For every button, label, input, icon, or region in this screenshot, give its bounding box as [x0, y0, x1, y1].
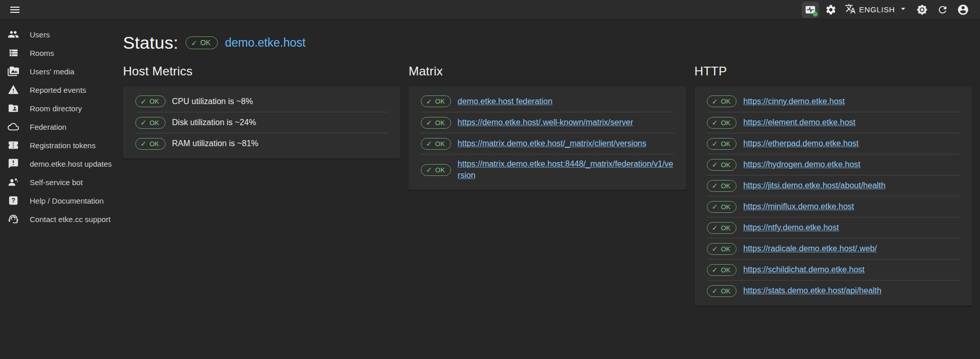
check-row: ✓OK https://jitsi.demo.etke.host/about/h…: [707, 175, 959, 196]
section-http: HTTP ✓OK https://cinny.demo.etke.host ✓O…: [695, 64, 972, 306]
check-link[interactable]: https://hydrogen.demo.etke.host: [743, 159, 861, 170]
check-row: ✓OK https://miniflux.demo.etke.host: [707, 196, 959, 217]
check-link[interactable]: https://radicale.demo.etke.host/.web/: [743, 243, 877, 254]
translate-icon: [845, 3, 856, 16]
main-content: Status: ✓ OK demo.etke.host Host Metrics…: [123, 19, 980, 359]
check-link[interactable]: https://matrix.demo.etke.host:8448/_matr…: [458, 158, 674, 181]
sidebar-item-label: Room directory: [30, 104, 82, 113]
http-card: ✓OK https://cinny.demo.etke.host ✓OK htt…: [695, 86, 972, 306]
check-link[interactable]: https://ntfy.demo.etke.host: [743, 222, 839, 233]
warning-icon: [8, 84, 20, 95]
theme-toggle-button[interactable]: [913, 2, 931, 18]
host-metrics-card: ✓OK CPU utilization is ~8% ✓OK Disk util…: [123, 86, 400, 158]
check-icon: ✓: [712, 140, 718, 147]
check-icon: ✓: [712, 98, 718, 105]
matrix-card: ✓OK demo.etke.host federation ✓OK https:…: [409, 86, 686, 190]
sidebar-item-room-directory[interactable]: Room directory: [0, 99, 123, 117]
settings-button[interactable]: [822, 2, 840, 18]
hamburger-menu-icon: [9, 4, 21, 16]
sidebar-item-self-service-bot[interactable]: Self-service bot: [0, 173, 123, 191]
check-link[interactable]: https://matrix.demo.etke.host/_matrix/cl…: [458, 138, 646, 149]
check-row: ✓OK https://schildichat.demo.etke.host: [707, 259, 959, 280]
check-row: ✓OK https://matrix.demo.etke.host:8448/_…: [421, 154, 673, 185]
sidebar-item-label: Users' media: [30, 67, 74, 76]
metric-row: ✓OK RAM utilization is ~81%: [135, 133, 388, 154]
menu-button[interactable]: [6, 2, 24, 18]
status-badge-label: OK: [200, 38, 211, 47]
sidebar-item-help[interactable]: ? Help / Documentation: [0, 191, 123, 210]
sidebar-item-registration-tokens[interactable]: Registration tokens: [0, 136, 123, 154]
ok-badge: ✓OK: [707, 138, 737, 150]
monitoring-button[interactable]: [802, 2, 819, 18]
ok-badge: ✓OK: [421, 95, 451, 107]
ok-badge: ✓OK: [707, 117, 737, 129]
section-matrix: Matrix ✓OK demo.etke.host federation ✓OK…: [409, 64, 686, 306]
sidebar-item-label: Federation: [30, 123, 67, 131]
check-row: ✓OK https://matrix.demo.etke.host/_matri…: [421, 133, 673, 154]
announcement-icon: [8, 158, 20, 169]
sidebar-item-users[interactable]: Users: [0, 25, 123, 44]
check-icon: ✓: [712, 224, 718, 231]
ok-badge: ✓OK: [421, 117, 451, 129]
sidebar-item-users-media[interactable]: Users' media: [0, 62, 123, 81]
ok-badge: ✓OK: [707, 243, 737, 255]
check-icon: ✓: [426, 98, 432, 105]
check-icon: ✓: [712, 119, 718, 126]
check-link[interactable]: https://schildichat.demo.etke.host: [743, 264, 865, 275]
svg-text:?: ?: [11, 197, 15, 204]
check-link[interactable]: https://miniflux.demo.etke.host: [743, 201, 854, 212]
ok-badge: ✓OK: [707, 264, 737, 276]
section-host-metrics: Host Metrics ✓OK CPU utilization is ~8% …: [123, 64, 400, 306]
media-library-icon: [8, 66, 20, 77]
refresh-button[interactable]: [934, 2, 951, 18]
list-icon: [8, 47, 20, 58]
sidebar-item-label: Users: [30, 30, 50, 39]
check-icon: ✓: [426, 140, 432, 147]
chevron-down-icon: [898, 4, 908, 15]
sidebar-item-label: Rooms: [30, 49, 54, 57]
check-link[interactable]: https://jitsi.demo.etke.host/about/healt…: [743, 180, 886, 191]
sidebar-item-reported-events[interactable]: Reported events: [0, 81, 123, 99]
sidebar: Users Rooms Users' media Reported events…: [0, 19, 123, 359]
check-row: ✓OK https://ntfy.demo.etke.host: [707, 217, 959, 238]
topbar-actions: ENGLISH: [802, 2, 972, 18]
sidebar-item-label: Registration tokens: [30, 141, 95, 150]
sidebar-item-label: Help / Documentation: [30, 196, 104, 205]
check-link[interactable]: https://etherpad.demo.etke.host: [743, 138, 859, 149]
check-link[interactable]: https://element.demo.etke.host: [743, 117, 855, 128]
sidebar-item-updates[interactable]: demo.etke.host updates: [0, 154, 123, 173]
check-row: ✓OK https://stats.demo.etke.host/api/hea…: [707, 280, 959, 301]
ok-badge: ✓OK: [707, 201, 737, 213]
sidebar-item-contact-support[interactable]: Contact etke.cc support: [0, 210, 123, 228]
sidebar-item-federation[interactable]: Federation: [0, 117, 123, 136]
people-icon: [8, 29, 20, 40]
check-icon: ✓: [140, 98, 147, 105]
check-row: ✓OK https://demo.etke.host/.well-known/m…: [421, 112, 673, 133]
check-icon: ✓: [426, 119, 432, 126]
brightness-icon: [916, 4, 928, 15]
domain-link[interactable]: demo.etke.host: [225, 36, 305, 50]
ok-badge: ✓OK: [135, 117, 166, 129]
topbar: ENGLISH: [0, 0, 980, 19]
section-title: HTTP: [695, 64, 972, 78]
ok-badge: ✓OK: [421, 164, 451, 176]
metric-text: RAM utilization is ~81%: [172, 139, 259, 148]
check-row: ✓OK https://hydrogen.demo.etke.host: [707, 154, 959, 175]
sidebar-item-label: Contact etke.cc support: [30, 215, 111, 224]
sidebar-item-rooms[interactable]: Rooms: [0, 44, 123, 62]
check-link[interactable]: demo.etke.host federation: [458, 96, 553, 107]
status-header: Status: ✓ OK demo.etke.host: [123, 33, 972, 53]
cloud-icon: [8, 121, 20, 132]
language-selector[interactable]: ENGLISH: [843, 2, 910, 18]
support-agent-icon: [8, 213, 20, 225]
check-link[interactable]: https://stats.demo.etke.host/api/health: [743, 285, 882, 296]
check-link[interactable]: https://demo.etke.host/.well-known/matri…: [458, 117, 633, 128]
ok-badge: ✓OK: [707, 222, 737, 234]
check-icon: ✓: [712, 182, 718, 189]
ok-badge: ✓OK: [707, 159, 737, 171]
check-row: ✓OK https://etherpad.demo.etke.host: [707, 133, 959, 154]
check-icon: ✓: [140, 140, 147, 147]
status-ok-badge: ✓ OK: [186, 36, 218, 49]
account-button[interactable]: [954, 2, 972, 18]
check-link[interactable]: https://cinny.demo.etke.host: [743, 96, 845, 107]
